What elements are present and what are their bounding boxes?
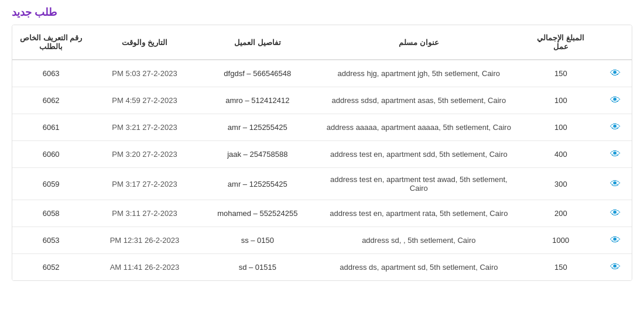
table-row: 👁300address test en, apartment test awad…	[12, 168, 632, 200]
new-request-button[interactable]: طلب جديد	[12, 6, 632, 19]
header-amount: المبلغ الإجمالي عمل	[522, 25, 600, 60]
eye-icon[interactable]: 👁	[610, 207, 621, 219]
table-row: 👁100address aaaaa, apartment aaaaa, 5th …	[12, 114, 632, 141]
datetime-cell: 27-2-2023 3:20 PM	[90, 141, 199, 168]
datetime-cell: 27-2-2023 4:59 PM	[90, 87, 199, 114]
address-cell: address sdsd, apartment asas, 5th setlem…	[316, 87, 522, 114]
view-cell: 👁	[600, 141, 632, 168]
table-header-row: المبلغ الإجمالي عمل عنوان مسلم تفاصيل ال…	[12, 25, 632, 60]
orderid-cell: 6060	[12, 141, 90, 168]
page-container: طلب جديد المبلغ الإجمالي عمل عنوان مسلم …	[0, 0, 644, 319]
view-cell: 👁	[600, 227, 632, 254]
view-cell: 👁	[600, 254, 632, 281]
view-cell: 👁	[600, 168, 632, 200]
datetime-cell: 26-2-2023 12:31 PM	[90, 227, 199, 254]
orderid-cell: 6063	[12, 60, 90, 87]
table-row: 👁400address test en, apartment sdd, 5th …	[12, 141, 632, 168]
eye-icon[interactable]: 👁	[610, 148, 621, 160]
address-cell: address hjg, apartment jgh, 5th setlemen…	[316, 60, 522, 87]
customer-cell: amr – 125255425	[200, 168, 316, 200]
table-row: 👁150address hjg, apartment jgh, 5th setl…	[12, 60, 632, 87]
orderid-cell: 6062	[12, 87, 90, 114]
orderid-cell: 6052	[12, 254, 90, 281]
header-customer: تفاصيل العميل	[200, 25, 316, 60]
orderid-cell: 6059	[12, 168, 90, 200]
amount-cell: 200	[522, 200, 600, 227]
eye-icon[interactable]: 👁	[610, 261, 621, 273]
view-cell: 👁	[600, 200, 632, 227]
header-view	[600, 25, 632, 60]
table-row: 👁100address sdsd, apartment asas, 5th se…	[12, 87, 632, 114]
orderid-cell: 6058	[12, 200, 90, 227]
datetime-cell: 27-2-2023 3:17 PM	[90, 168, 199, 200]
table-row: 👁1000address sd, , 5th setlement, Cairos…	[12, 227, 632, 254]
customer-cell: sd – 01515	[200, 254, 316, 281]
address-cell: address test en, apartment sdd, 5th setl…	[316, 141, 522, 168]
datetime-cell: 27-2-2023 3:11 PM	[90, 200, 199, 227]
view-cell: 👁	[600, 87, 632, 114]
orders-table: المبلغ الإجمالي عمل عنوان مسلم تفاصيل ال…	[12, 25, 632, 280]
eye-icon[interactable]: 👁	[610, 121, 621, 133]
view-cell: 👁	[600, 60, 632, 87]
eye-icon[interactable]: 👁	[610, 94, 621, 106]
header-datetime: التاريخ والوقت	[90, 25, 199, 60]
customer-cell: dfgdsf – 566546548	[200, 60, 316, 87]
eye-icon[interactable]: 👁	[610, 178, 621, 190]
datetime-cell: 27-2-2023 3:21 PM	[90, 114, 199, 141]
amount-cell: 1000	[522, 227, 600, 254]
address-cell: address sd, , 5th setlement, Cairo	[316, 227, 522, 254]
table-row: 👁150address ds, apartment sd, 5th setlem…	[12, 254, 632, 281]
customer-cell: jaak – 254758588	[200, 141, 316, 168]
orderid-cell: 6053	[12, 227, 90, 254]
amount-cell: 300	[522, 168, 600, 200]
table-body: 👁150address hjg, apartment jgh, 5th setl…	[12, 60, 632, 280]
table-row: 👁200address test en, apartment rata, 5th…	[12, 200, 632, 227]
address-cell: address test en, apartment rata, 5th set…	[316, 200, 522, 227]
view-cell: 👁	[600, 114, 632, 141]
orderid-cell: 6061	[12, 114, 90, 141]
customer-cell: mohamed – 552524255	[200, 200, 316, 227]
header-orderid: رقم التعريف الخاص بالطلب	[12, 25, 90, 60]
eye-icon[interactable]: 👁	[610, 234, 621, 246]
datetime-cell: 27-2-2023 5:03 PM	[90, 60, 199, 87]
amount-cell: 150	[522, 254, 600, 281]
address-cell: address aaaaa, apartment aaaaa, 5th setl…	[316, 114, 522, 141]
address-cell: address ds, apartment sd, 5th setlement,…	[316, 254, 522, 281]
customer-cell: ss – 0150	[200, 227, 316, 254]
amount-cell: 100	[522, 114, 600, 141]
address-cell: address test en, apartment test awad, 5t…	[316, 168, 522, 200]
amount-cell: 400	[522, 141, 600, 168]
eye-icon[interactable]: 👁	[610, 67, 621, 79]
customer-cell: amr – 125255425	[200, 114, 316, 141]
customer-cell: amro – 512412412	[200, 87, 316, 114]
amount-cell: 150	[522, 60, 600, 87]
orders-table-wrapper: المبلغ الإجمالي عمل عنوان مسلم تفاصيل ال…	[12, 25, 632, 281]
amount-cell: 100	[522, 87, 600, 114]
datetime-cell: 26-2-2023 11:41 AM	[90, 254, 199, 281]
header-address: عنوان مسلم	[316, 25, 522, 60]
